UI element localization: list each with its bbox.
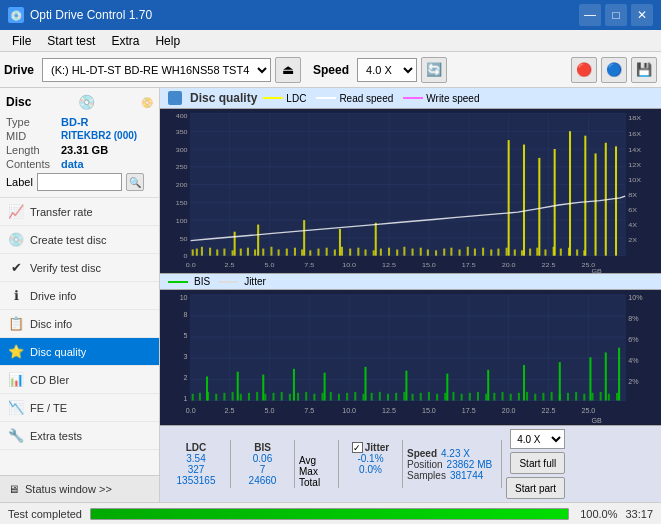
- svg-text:10: 10: [180, 294, 188, 301]
- svg-text:10X: 10X: [628, 176, 641, 182]
- label-input[interactable]: [37, 173, 122, 191]
- read-speed-label: Read speed: [339, 93, 393, 104]
- bis-avg: 0.06: [253, 453, 272, 464]
- svg-text:16X: 16X: [628, 130, 641, 136]
- disc-mid-row: MID RITEKBR2 (000): [6, 130, 153, 142]
- start-full-button[interactable]: Start full: [510, 452, 565, 474]
- nav-transfer-rate[interactable]: 📈 Transfer rate: [0, 198, 159, 226]
- status-section: 🖥 Status window >>: [0, 475, 159, 502]
- legend-write-speed: Write speed: [403, 93, 479, 104]
- legend-jitter: Jitter: [218, 276, 266, 287]
- svg-rect-144: [232, 392, 234, 401]
- svg-rect-51: [403, 247, 405, 256]
- jitter-max: 0.0%: [359, 464, 382, 475]
- svg-rect-45: [357, 248, 359, 256]
- speed-dropdown[interactable]: 4.0 X: [510, 429, 565, 449]
- menu-file[interactable]: File: [4, 32, 39, 50]
- sep5: [501, 440, 502, 488]
- svg-rect-40: [317, 249, 319, 256]
- tool-btn-1[interactable]: 🔴: [571, 57, 597, 83]
- svg-text:2X: 2X: [628, 237, 637, 243]
- tool-btn-2[interactable]: 🔵: [601, 57, 627, 83]
- ldc-header: LDC: [186, 442, 207, 453]
- svg-text:10.0: 10.0: [342, 408, 356, 415]
- svg-text:25.0: 25.0: [581, 408, 595, 415]
- svg-text:GB: GB: [591, 268, 602, 274]
- disc-info-icon: 📋: [8, 316, 24, 331]
- nav-create-test-disc[interactable]: 💿 Create test disc: [0, 226, 159, 254]
- speed-select[interactable]: 4.0 X: [357, 58, 417, 82]
- drive-label: Drive: [4, 63, 34, 77]
- svg-text:2.5: 2.5: [225, 262, 235, 268]
- svg-text:12X: 12X: [628, 161, 641, 167]
- svg-rect-149: [272, 393, 274, 401]
- chart-title: Disc quality: [190, 91, 257, 105]
- nav-disc-quality[interactable]: ⭐ Disc quality: [0, 338, 159, 366]
- close-button[interactable]: ✕: [631, 4, 653, 26]
- ldc-avg: 3.54: [186, 453, 205, 464]
- svg-text:4%: 4%: [628, 358, 638, 365]
- maximize-button[interactable]: □: [605, 4, 627, 26]
- svg-rect-44: [349, 249, 351, 256]
- menu-help[interactable]: Help: [147, 32, 188, 50]
- svg-rect-202: [559, 363, 561, 401]
- nav-transfer-rate-label: Transfer rate: [30, 206, 93, 218]
- nav-extra-tests[interactable]: 🔧 Extra tests: [0, 422, 159, 450]
- svg-text:17.5: 17.5: [462, 408, 476, 415]
- svg-rect-57: [450, 248, 452, 256]
- svg-rect-175: [485, 394, 487, 401]
- svg-rect-190: [608, 394, 610, 401]
- progress-bar-fill: [91, 509, 568, 519]
- status-window-item[interactable]: 🖥 Status window >>: [0, 476, 159, 502]
- svg-rect-81: [523, 145, 525, 256]
- svg-rect-49: [388, 248, 390, 256]
- svg-rect-85: [584, 136, 586, 256]
- svg-rect-179: [518, 393, 520, 401]
- svg-rect-153: [305, 392, 307, 401]
- svg-rect-201: [523, 365, 525, 401]
- svg-rect-199: [446, 374, 448, 401]
- jitter-checkbox[interactable]: ✓: [352, 442, 363, 453]
- svg-text:5.0: 5.0: [264, 262, 274, 268]
- svg-rect-27: [216, 249, 218, 255]
- minimize-button[interactable]: —: [579, 4, 601, 26]
- svg-rect-86: [595, 153, 597, 255]
- save-button[interactable]: 💾: [631, 57, 657, 83]
- nav-drive-info[interactable]: ℹ Drive info: [0, 282, 159, 310]
- menu-start-test[interactable]: Start test: [39, 32, 103, 50]
- svg-text:100: 100: [176, 217, 188, 223]
- label-button[interactable]: 🔍: [126, 173, 144, 191]
- svg-text:14X: 14X: [628, 146, 641, 152]
- create-test-disc-icon: 💿: [8, 232, 24, 247]
- write-speed-label: Write speed: [426, 93, 479, 104]
- speed-buttons: 4.0 X Start full Start part: [506, 429, 565, 499]
- svg-text:400: 400: [176, 112, 188, 118]
- svg-rect-80: [508, 140, 510, 256]
- svg-rect-24: [196, 249, 198, 256]
- menu-extra[interactable]: Extra: [103, 32, 147, 50]
- refresh-button[interactable]: 🔄: [421, 57, 447, 83]
- ldc-total: 1353165: [177, 475, 216, 486]
- verify-test-disc-icon: ✔: [8, 260, 24, 275]
- svg-rect-154: [313, 394, 315, 401]
- nav-disc-quality-label: Disc quality: [30, 346, 86, 358]
- nav-disc-info[interactable]: 📋 Disc info: [0, 310, 159, 338]
- eject-button[interactable]: ⏏: [275, 57, 301, 83]
- menubar: File Start test Extra Help: [0, 30, 661, 52]
- svg-rect-83: [554, 149, 556, 256]
- svg-rect-55: [435, 250, 437, 255]
- svg-text:8%: 8%: [628, 315, 638, 322]
- svg-rect-25: [201, 247, 203, 256]
- legend-bis: BIS: [168, 276, 210, 287]
- svg-rect-60: [474, 249, 476, 256]
- nav-fe-te[interactable]: 📉 FE / TE: [0, 394, 159, 422]
- svg-text:250: 250: [176, 164, 188, 170]
- disc-icon: 💿: [78, 94, 95, 110]
- drive-select[interactable]: (K:) HL-DT-ST BD-RE WH16NS58 TST4: [42, 58, 271, 82]
- start-part-button[interactable]: Start part: [506, 477, 565, 499]
- nav-cd-bler[interactable]: 📊 CD BIer: [0, 366, 159, 394]
- nav-verify-test-disc[interactable]: ✔ Verify test disc: [0, 254, 159, 282]
- svg-rect-147: [256, 392, 258, 401]
- svg-rect-29: [232, 250, 234, 255]
- speed-stat-label: Speed: [407, 448, 437, 459]
